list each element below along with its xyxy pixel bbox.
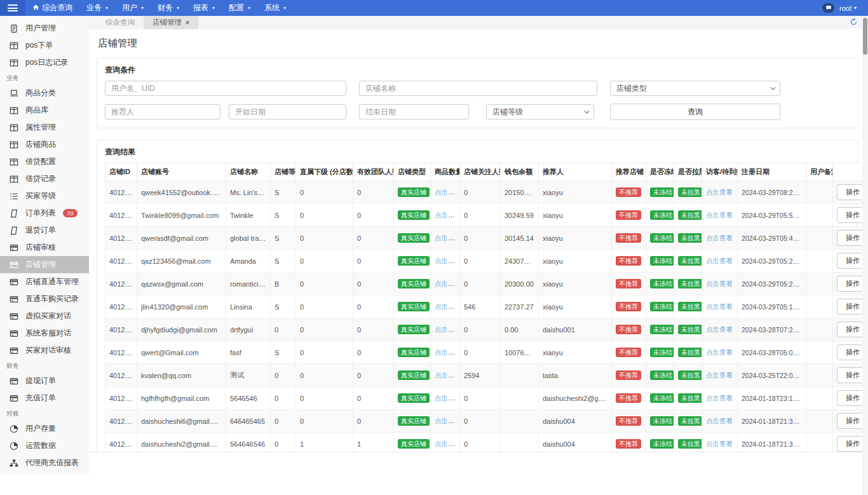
column-header: 是否拉黑 (674, 163, 702, 181)
cell-branch-count: 0 (296, 341, 353, 364)
sidebar-item-用户管理[interactable]: 用户管理 (0, 20, 89, 37)
cell-shop-type: 真实店铺 (394, 387, 431, 410)
sidebar-order-icon (10, 209, 18, 218)
sidebar-item-店铺审核[interactable]: 店铺审核 (0, 239, 89, 256)
visitor-view-link[interactable]: 点击查看 (706, 188, 733, 196)
visitor-view-link[interactable]: 点击查看 (706, 417, 733, 424)
cell-shop-level: 0 (271, 410, 296, 433)
cell-shop-type: 真实店铺 (394, 181, 431, 204)
goods-view-link[interactable]: 点击查看 (435, 280, 460, 287)
username-uid-input[interactable] (105, 81, 346, 96)
sidebar-item-代理商充值报表[interactable]: 代理商充值报表 (0, 454, 89, 471)
sidebar-item-pos日志记录[interactable]: pos日志记录 (0, 54, 89, 71)
goods-view-link[interactable]: 点击查看 (435, 348, 460, 356)
visitor-view-link[interactable]: 点击查看 (706, 348, 733, 356)
cell-user-remark (806, 250, 833, 273)
cell-team-count: 1 (353, 433, 394, 452)
sidebar-item-属性管理[interactable]: 属性管理 (0, 119, 89, 136)
sidebar-item-订单列表[interactable]: 订单列表70 (0, 205, 89, 222)
sidebar-item-退货订单[interactable]: 退货订单 (0, 222, 89, 239)
user-menu[interactable]: root ▾ (839, 4, 857, 12)
hamburger-menu-icon[interactable] (0, 0, 25, 16)
visitor-view-link[interactable]: 点击查看 (706, 257, 733, 264)
visitor-view-link[interactable]: 点击查看 (706, 302, 733, 310)
cell-shop-level: S (271, 204, 296, 227)
cell-blacklist: 未拉黑 (674, 364, 702, 387)
visitor-view-link[interactable]: 点击查看 (706, 394, 733, 402)
sidebar-item-用户存量[interactable]: 用户存量 (0, 420, 89, 437)
goods-view-link[interactable]: 点击查看 (435, 302, 460, 310)
register-date: 2024-03-29T08:26:55 (742, 189, 806, 196)
sidebar-item-买家等级[interactable]: 买家等级 (0, 187, 89, 205)
sidebar-item-充值订单[interactable]: 充值订单 (0, 390, 89, 407)
column-header: 店铺关注人数 (460, 163, 501, 181)
register-date: 2024-03-28T07:24:53 (742, 326, 806, 334)
sidebar-item-店铺直通车管理[interactable]: 店铺直通车管理 (0, 273, 89, 290)
sidebar-item-直通车购买记录[interactable]: 直通车购买记录 (0, 290, 89, 308)
cell-followers: 2594 (460, 364, 501, 387)
nav-menu-业务[interactable]: 业务▾ (79, 3, 115, 13)
goods-view-link[interactable]: 点击查看 (435, 371, 460, 379)
sidebar-section-对账: 对账 (0, 407, 89, 420)
end-date-input[interactable] (359, 104, 469, 119)
sidebar-item-用户报表[interactable]: 用户报表 (0, 471, 89, 473)
visitor-view-link[interactable]: 点击查看 (706, 211, 733, 219)
shop-level-select[interactable]: 店铺等级 (486, 104, 594, 119)
nav-menu-报表[interactable]: 报表▾ (186, 3, 222, 13)
sidebar-item-商品库[interactable]: 商品库 (0, 102, 89, 119)
shop-type-select-label: 店铺类型 (616, 83, 647, 94)
chat-button[interactable] (822, 3, 834, 13)
cell-blacklist: 未拉黑 (674, 295, 702, 318)
sidebar-item-商品分类[interactable]: 商品分类 (0, 85, 89, 102)
refresh-icon[interactable] (850, 18, 858, 28)
sidebar-item-买家对话审核[interactable]: 买家对话审核 (0, 342, 89, 359)
sidebar-item-label: 虚拟买家对话 (25, 311, 71, 322)
goods-view-link[interactable]: 点击查看 (435, 440, 460, 447)
goods-view-link[interactable]: 点击查看 (435, 257, 460, 264)
cell-register-date: 2024-01-18T23:10:43 (738, 387, 806, 410)
goods-view-link[interactable]: 点击查看 (435, 188, 460, 196)
frozen-badge: 未冻结 (650, 325, 674, 334)
nav-menu-配置[interactable]: 配置▾ (222, 3, 257, 13)
nav-menu-用户[interactable]: 用户▾ (115, 3, 151, 13)
goods-view-link[interactable]: 点击查看 (435, 417, 460, 424)
visitor-view-link[interactable]: 点击查看 (706, 234, 733, 241)
cell-goods-count: 点击查看 (431, 387, 460, 410)
sidebar-item-pos下单[interactable]: pos下单 (0, 37, 89, 54)
tab-店铺管理[interactable]: 店铺管理× (144, 16, 198, 29)
visitor-view-link[interactable]: 点击查看 (706, 325, 733, 333)
sidebar-item-店铺管理[interactable]: 店铺管理 (0, 256, 89, 273)
sidebar-item-店铺商品[interactable]: 店铺商品 (0, 136, 89, 153)
start-date-input[interactable] (229, 104, 346, 119)
visitor-view-link[interactable]: 点击查看 (706, 440, 733, 447)
sidebar-item-系统客服对话[interactable]: 系统客服对话 (0, 325, 89, 342)
sidebar-item-借贷记录[interactable]: 借贷记录 (0, 170, 89, 187)
query-conditions-panel: 查询条件 店铺类型 店铺等级 (97, 58, 858, 128)
sidebar-item-借贷配置[interactable]: 借贷配置 (0, 153, 89, 170)
cell-referrer: taida (539, 364, 612, 387)
sidebar-item-label: 商品分类 (25, 88, 56, 98)
tab-综合查询[interactable]: 综合查询 (97, 16, 144, 29)
referrer-input[interactable] (105, 104, 220, 119)
sidebar-card-icon (10, 377, 18, 386)
goods-view-link[interactable]: 点击查看 (435, 211, 460, 219)
visitor-view-link[interactable]: 点击查看 (706, 280, 733, 287)
goods-view-link[interactable]: 点击查看 (435, 234, 460, 241)
goods-view-link[interactable]: 点击查看 (435, 394, 460, 402)
goods-view-link[interactable]: 点击查看 (435, 325, 460, 333)
cell-wallet-balance: 100767.49 (501, 341, 539, 364)
sidebar-item-运营数据[interactable]: 运营数据 (0, 437, 89, 454)
nav-menu-系统[interactable]: 系统▾ (257, 3, 293, 13)
shop-name-input[interactable] (359, 81, 597, 96)
scrollbar-thumb[interactable] (863, 18, 867, 55)
visitor-view-link[interactable]: 点击查看 (706, 371, 733, 379)
shop-type-select[interactable]: 店铺类型 (610, 81, 780, 96)
sidebar-item-提现订单[interactable]: 提现订单 (0, 372, 89, 390)
nav-menu-财务[interactable]: 财务▾ (151, 3, 186, 13)
search-button[interactable]: 查询 (610, 104, 780, 120)
shop-type-badge: 真实店铺 (398, 439, 430, 449)
sidebar-item-虚拟买家对话[interactable]: 虚拟买家对话 (0, 308, 89, 325)
nav-item-home[interactable]: 综合查询 (25, 3, 79, 13)
close-icon[interactable]: × (186, 19, 189, 26)
cell-shop-name: fasf (226, 341, 271, 364)
